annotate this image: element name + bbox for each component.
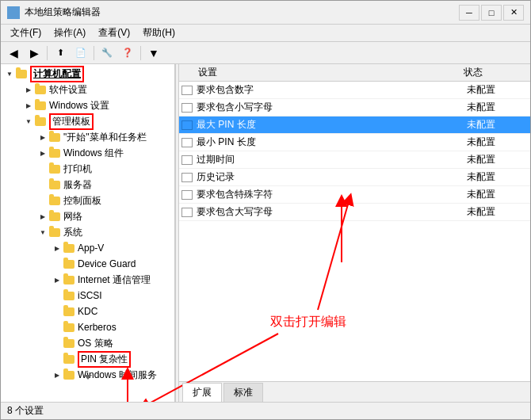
show-button[interactable]: 📄 [71,44,90,62]
tree-item-start-menu[interactable]: "开始"菜单和任务栏 [1,129,174,145]
expand-windows-settings[interactable] [23,100,34,111]
menu-help[interactable]: 帮助(H) [136,25,181,41]
row-history[interactable]: 历史记录 未配置 [179,169,530,186]
tree-label-software: 软件设置 [49,83,87,97]
filter-button[interactable]: ▼ [144,44,163,62]
folder-icon-network [48,211,61,222]
doc-icon-6 [181,173,193,182]
menu-action[interactable]: 操作(A) [48,25,92,41]
tree-item-iscsi[interactable]: iSCSI [1,288,174,304]
tree-item-device-guard[interactable]: Device Guard [1,256,174,272]
folder-icon-server [48,179,61,190]
back-button[interactable]: ◀ [4,44,23,62]
row-require-lower[interactable]: 要求包含小写字母 未配置 [179,99,530,116]
expand-windows-comp[interactable] [37,147,48,158]
expand-windows-time[interactable] [52,369,63,380]
maximize-button[interactable]: □ [481,5,502,21]
toolbar-separator-3 [140,46,141,60]
folder-icon-pin-complexity [63,353,75,365]
expand-iscsi[interactable] [52,290,63,301]
tree-item-software[interactable]: 软件设置 [1,82,174,97]
tab-expand[interactable]: 扩展 [182,383,222,402]
row-status-expiry: 未配置 [467,153,530,166]
row-name-expiry: 过期时间 [195,153,467,166]
expand-appv[interactable] [52,242,63,254]
tree-item-appv[interactable]: App-V [1,240,174,256]
row-max-pin[interactable]: 最大 PIN 长度 未配置 [179,116,530,134]
tree-item-windows-settings[interactable]: Windows 设置 [1,97,174,113]
row-icon-require-special [179,190,195,200]
close-button[interactable]: ✕ [503,5,524,21]
folder-icon-software [34,84,47,95]
row-name-require-lower: 要求包含小写字母 [195,101,467,114]
header-setting: 设置 [182,66,464,79]
tree-label-windows-comp: Windows 组件 [63,147,124,160]
right-panel: 设置 状态 要求包含数字 未配置 要求包含小写 [179,64,530,402]
status-bar: 8 个设置 [1,402,530,419]
row-status-require-digits: 未配置 [467,83,530,97]
tree-item-computer[interactable]: 计算机配置 [1,66,174,82]
expand-os-policy[interactable] [52,338,63,349]
row-min-pin[interactable]: 最小 PIN 长度 未配置 [179,134,530,151]
tree-item-internet-comm[interactable]: Internet 通信管理 [1,272,174,288]
folder-icon-printers [48,163,61,174]
tree-item-os-policy[interactable]: OS 策略 [1,335,174,351]
properties-button[interactable]: 🔧 [97,44,117,62]
expand-system[interactable] [37,227,48,238]
main-window: 本地组策略编辑器 ─ □ ✕ 文件(F) 操作(A) 查看(V) 帮助(H) ◀… [0,0,531,420]
folder-icon-windows-comp [48,147,61,158]
expand-pin-complexity[interactable] [52,353,63,365]
row-require-special[interactable]: 要求包含特殊字符 未配置 [179,186,530,204]
tab-standard[interactable]: 标准 [223,383,263,402]
row-icon-expiry [179,155,195,165]
expand-device-guard[interactable] [52,258,63,269]
tree-item-kdc[interactable]: KDC [1,304,174,319]
tree-item-printers[interactable]: 打印机 [1,161,174,177]
expand-kerberos[interactable] [52,322,63,333]
toolbar: ◀ ▶ ⬆ 📄 🔧 ❓ ▼ [1,42,530,64]
help-button[interactable]: ❓ [118,44,137,62]
menu-file[interactable]: 文件(F) [4,25,48,41]
folder-icon-system [48,227,61,238]
expand-admin-templates[interactable] [23,116,34,127]
expand-control-panel[interactable] [37,195,48,206]
expand-internet-comm[interactable] [52,274,63,285]
forward-button[interactable]: ▶ [25,44,44,62]
row-require-upper[interactable]: 要求包含大写字母 未配置 [179,204,530,221]
expand-kdc[interactable] [52,306,63,317]
tree-item-windows-time[interactable]: Windows 时间服务 [1,367,174,383]
right-list: 要求包含数字 未配置 要求包含小写字母 未配置 最大 PIN 长度 [179,82,530,381]
tree-item-pin-complexity[interactable]: PIN 复杂性 [1,351,174,367]
doc-icon [181,86,193,95]
row-require-digits[interactable]: 要求包含数字 未配置 [179,82,530,99]
expand-start-menu[interactable] [37,132,48,143]
tree-item-windows-comp[interactable]: Windows 组件 [1,145,174,161]
folder-icon-admin-templates [34,116,47,127]
tree-item-control-panel[interactable]: 控制面板 [1,193,174,208]
tree-item-system[interactable]: 系统 [1,224,174,240]
folder-icon-kdc [63,306,75,317]
tree-item-kerberos[interactable]: Kerberos [1,319,174,335]
tree-item-network[interactable]: 网络 [1,208,174,224]
doc-icon-4 [181,138,193,147]
expand-network[interactable] [37,211,48,222]
folder-icon-appv [63,242,75,254]
expand-printers[interactable] [37,163,48,174]
title-bar: 本地组策略编辑器 ─ □ ✕ [1,1,530,25]
up-button[interactable]: ⬆ [51,44,70,62]
row-status-min-pin: 未配置 [467,136,530,149]
tree-label-internet-comm: Internet 通信管理 [78,273,151,287]
tree-label-network: 网络 [63,210,82,223]
expand-software[interactable] [23,84,34,95]
expand-computer[interactable] [4,68,15,79]
minimize-button[interactable]: ─ [459,5,479,21]
expand-server[interactable] [37,179,48,190]
tree-item-admin-templates[interactable]: 管理模板 [1,113,174,129]
row-name-require-special: 要求包含特殊字符 [195,188,467,201]
tree-label-start-menu: "开始"菜单和任务栏 [63,131,147,144]
tree-item-server[interactable]: 服务器 [1,177,174,193]
doc-icon-5 [181,155,193,165]
menu-view[interactable]: 查看(V) [92,25,136,41]
row-expiry[interactable]: 过期时间 未配置 [179,151,530,169]
row-name-history: 历史记录 [195,170,467,184]
